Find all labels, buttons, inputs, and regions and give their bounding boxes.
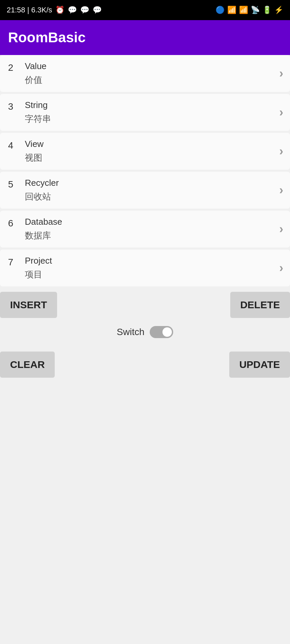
item-text-block: Value 价值 xyxy=(25,61,47,86)
status-right: 🔵 📶 📶 📡 🔋 ⚡ xyxy=(215,6,283,14)
clear-button[interactable]: CLEAR xyxy=(0,352,55,378)
list-item-left: 3 String 字符串 xyxy=(8,100,51,125)
wifi-icon: 📡 xyxy=(251,6,260,14)
item-text-block: Project 项目 xyxy=(25,256,52,280)
item-text-block: View 视图 xyxy=(25,139,44,164)
item-number: 5 xyxy=(8,179,18,190)
item-text-block: Recycler 回收站 xyxy=(25,178,59,203)
bluetooth-icon: 🔵 xyxy=(215,6,225,14)
app-header: RoomBasic xyxy=(0,20,290,55)
item-number: 3 xyxy=(8,101,18,112)
item-zh: 项目 xyxy=(25,269,52,280)
item-number: 7 xyxy=(8,257,18,268)
item-text-block: Database 数据库 xyxy=(25,217,62,241)
chevron-right-icon: › xyxy=(279,105,283,119)
item-en: Recycler xyxy=(25,178,59,188)
list-item-left: 7 Project 项目 xyxy=(8,256,52,280)
item-text-block: String 字符串 xyxy=(25,100,51,125)
list-item[interactable]: 2 Value 价值 › xyxy=(0,55,290,92)
item-en: String xyxy=(25,100,51,110)
list-item[interactable]: 4 View 视图 › xyxy=(0,133,290,170)
switch-toggle[interactable] xyxy=(150,326,173,338)
item-en: Database xyxy=(25,217,62,227)
list-item-left: 5 Recycler 回收站 xyxy=(8,178,59,203)
list-item-left: 4 View 视图 xyxy=(8,139,44,164)
alarm-icon: ⏰ xyxy=(55,6,64,14)
item-zh: 价值 xyxy=(25,74,47,86)
list-item[interactable]: 7 Project 项目 › xyxy=(0,250,290,286)
list-container: 2 Value 价值 › 3 String 字符串 › 4 View 视图 › xyxy=(0,55,290,644)
list-item-left: 2 Value 价值 xyxy=(8,61,47,86)
list-item[interactable]: 3 String 字符串 › xyxy=(0,94,290,131)
item-number: 6 xyxy=(8,218,18,229)
list-item[interactable]: 6 Database 数据库 › xyxy=(0,211,290,248)
charge-icon: ⚡ xyxy=(274,6,283,14)
insert-button[interactable]: INSERT xyxy=(0,292,57,318)
item-number: 2 xyxy=(8,62,18,73)
msg2-icon: 💬 xyxy=(80,6,89,14)
switch-row: Switch xyxy=(0,318,290,348)
item-zh: 视图 xyxy=(25,152,44,164)
list-item[interactable]: 5 Recycler 回收站 › xyxy=(0,172,290,209)
clear-update-row: CLEAR UPDATE xyxy=(0,348,290,388)
msg3-icon: 💬 xyxy=(93,6,102,14)
list-item-left: 6 Database 数据库 xyxy=(8,217,62,241)
item-zh: 数据库 xyxy=(25,230,62,241)
item-en: Value xyxy=(25,61,47,71)
item-en: View xyxy=(25,139,44,149)
signal2-icon: 📶 xyxy=(239,6,248,14)
switch-label: Switch xyxy=(117,327,144,337)
msg1-icon: 💬 xyxy=(68,6,77,14)
item-zh: 回收站 xyxy=(25,191,59,203)
item-en: Project xyxy=(25,256,52,266)
chevron-right-icon: › xyxy=(279,183,283,197)
chevron-right-icon: › xyxy=(279,144,283,158)
app-title: RoomBasic xyxy=(8,30,282,46)
chevron-right-icon: › xyxy=(279,261,283,275)
chevron-right-icon: › xyxy=(279,222,283,236)
chevron-right-icon: › xyxy=(279,66,283,80)
status-bar: 21:58 | 6.3K/s ⏰ 💬 💬 💬 🔵 📶 📶 📡 🔋 ⚡ xyxy=(0,0,290,20)
item-zh: 字符串 xyxy=(25,113,51,125)
delete-button[interactable]: DELETE xyxy=(230,292,290,318)
item-number: 4 xyxy=(8,140,18,151)
update-button[interactable]: UPDATE xyxy=(229,352,290,378)
signal1-icon: 📶 xyxy=(227,6,236,14)
status-time: 21:58 | 6.3K/s xyxy=(7,6,52,14)
insert-delete-row: INSERT DELETE xyxy=(0,288,290,318)
status-left: 21:58 | 6.3K/s ⏰ 💬 💬 💬 xyxy=(7,6,102,14)
battery-icon: 🔋 xyxy=(262,6,272,14)
toggle-knob xyxy=(162,327,172,337)
